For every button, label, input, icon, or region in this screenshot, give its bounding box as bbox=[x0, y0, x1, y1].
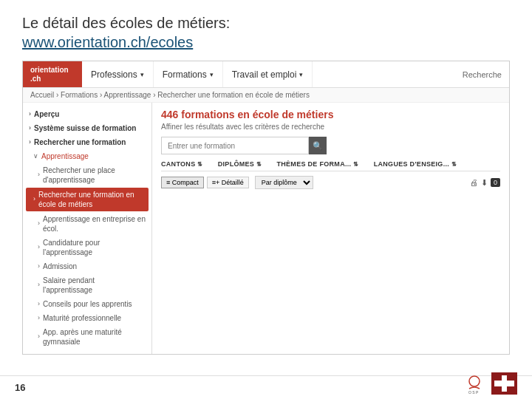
chevron-right-icon: › bbox=[38, 219, 40, 228]
search-input[interactable] bbox=[161, 137, 309, 154]
browser-frame: orientation .ch Professions ▾ Formations… bbox=[22, 61, 510, 355]
slide-container: Le détail des écoles de métiers: www.ori… bbox=[0, 0, 532, 399]
download-icon[interactable]: ⬇ bbox=[481, 178, 488, 188]
slide-title: Le détail des écoles de métiers: www.ori… bbox=[22, 13, 510, 52]
sort-select[interactable]: Par diplôme bbox=[255, 176, 313, 189]
count-badge: 0 bbox=[491, 178, 500, 187]
chevron-down-icon: ▾ bbox=[299, 71, 303, 78]
chevron-down-icon: ∨ bbox=[33, 152, 38, 161]
main-content: › Aperçu › Système suisse de formation ›… bbox=[23, 103, 509, 354]
chevron-right-icon: › bbox=[29, 138, 31, 147]
chevron-right-icon: › bbox=[38, 171, 40, 180]
nav-travail-label: Travail et emploi bbox=[232, 69, 297, 80]
nav-professions-label: Professions bbox=[91, 69, 137, 80]
logo-line2: .ch bbox=[30, 75, 75, 83]
chevron-right-icon: › bbox=[38, 243, 40, 252]
view-icons: 🖨 ⬇ 0 bbox=[470, 178, 500, 188]
sidebar-item-salaire[interactable]: › Salaire pendant l'apprentissage bbox=[23, 273, 151, 297]
filter-themes[interactable]: THÈMES DE FORMA... ⇅ bbox=[276, 160, 358, 168]
search-row: 🔍 bbox=[161, 137, 500, 154]
filter-langues[interactable]: LANGUES D'ENSEIG... ⇅ bbox=[374, 160, 457, 168]
canton-logo bbox=[491, 372, 517, 395]
slide-url[interactable]: www.orientation.ch/ecoles bbox=[22, 34, 193, 50]
sidebar-item-candidature[interactable]: › Candidature pour l'apprentissage bbox=[23, 236, 151, 259]
sidebar-item-apprentissage[interactable]: ∨ Apprentissage bbox=[23, 149, 151, 163]
nav-menu: Professions ▾ Formations ▾ Travail et em… bbox=[82, 61, 509, 87]
view-compact-button[interactable]: ≡ Compact bbox=[161, 177, 204, 188]
chevron-right-icon: › bbox=[33, 195, 35, 204]
nav-formations-label: Formations bbox=[163, 69, 207, 80]
nav-item-travail[interactable]: Travail et emploi ▾ bbox=[223, 61, 313, 87]
sort-icon: ⇅ bbox=[353, 161, 358, 168]
osp-logo: O S P bbox=[463, 372, 517, 395]
breadcrumb: Accueil › Formations › Apprentissage › R… bbox=[23, 88, 509, 103]
svg-rect-4 bbox=[494, 381, 514, 386]
osp-emblem-icon: O S P bbox=[463, 372, 485, 395]
logo-line1: orientation bbox=[30, 66, 75, 75]
content-area: 446 formations en école de métiers Affin… bbox=[152, 103, 509, 354]
page-number: 16 bbox=[15, 382, 25, 393]
sidebar: › Aperçu › Système suisse de formation ›… bbox=[23, 103, 152, 354]
sidebar-item-app-maturite[interactable]: › App. après une maturité gymnasiale bbox=[23, 325, 151, 349]
print-icon[interactable]: 🖨 bbox=[470, 178, 478, 187]
chevron-right-icon: › bbox=[29, 110, 31, 119]
filter-cantons[interactable]: CANTONS ⇅ bbox=[161, 160, 203, 168]
sidebar-item-place[interactable]: › Rechercher une place d'apprentissage bbox=[23, 163, 151, 187]
svg-point-0 bbox=[469, 376, 480, 386]
content-subtitle: Affiner les résultats avec les critères … bbox=[161, 123, 500, 131]
bottom-bar: 16 O S P bbox=[0, 375, 532, 399]
sidebar-item-apercu[interactable]: › Aperçu bbox=[23, 107, 151, 121]
svg-text:O S P: O S P bbox=[468, 390, 479, 395]
content-title: 446 formations en école de métiers bbox=[161, 109, 500, 120]
chevron-right-icon: › bbox=[38, 314, 40, 323]
view-detail-button[interactable]: ≡+ Détaillé bbox=[207, 177, 249, 188]
sort-icon: ⇅ bbox=[256, 161, 262, 168]
chevron-down-icon: ▾ bbox=[140, 71, 144, 78]
sort-icon: ⇅ bbox=[197, 161, 202, 168]
nav-bar: orientation .ch Professions ▾ Formations… bbox=[23, 61, 509, 88]
chevron-right-icon: › bbox=[29, 124, 31, 133]
sidebar-item-entreprise[interactable]: › Apprentissage en entreprise en écol. bbox=[23, 212, 151, 236]
chevron-down-icon: ▾ bbox=[210, 71, 214, 78]
chevron-right-icon: › bbox=[38, 262, 40, 271]
sort-icon: ⇅ bbox=[451, 161, 457, 168]
chevron-right-icon: › bbox=[38, 281, 40, 290]
nav-item-professions[interactable]: Professions ▾ bbox=[82, 61, 154, 87]
sidebar-item-rechercher[interactable]: › Rechercher une formation bbox=[23, 135, 151, 149]
view-controls: ≡ Compact ≡+ Détaillé Par diplôme 🖨 ⬇ 0 bbox=[161, 176, 500, 189]
chevron-right-icon: › bbox=[38, 332, 40, 341]
sidebar-item-maturite[interactable]: › Maturité professionnelle bbox=[23, 311, 151, 325]
sidebar-item-ecole-metiers[interactable]: › Rechercher une formation en école de m… bbox=[26, 188, 149, 211]
filter-diplomes[interactable]: DIPLÔMES ⇅ bbox=[218, 160, 262, 168]
sidebar-item-conseils[interactable]: › Conseils pour les apprentis bbox=[23, 297, 151, 311]
nav-search: Recherche bbox=[455, 61, 509, 87]
search-label: Recherche bbox=[463, 70, 502, 79]
filter-row: CANTONS ⇅ DIPLÔMES ⇅ THÈMES DE FORMA... … bbox=[161, 160, 500, 171]
sidebar-item-systeme[interactable]: › Système suisse de formation bbox=[23, 121, 151, 135]
title-text: Le détail des écoles de métiers: bbox=[22, 15, 230, 31]
nav-logo: orientation .ch bbox=[23, 61, 82, 87]
nav-item-formations[interactable]: Formations ▾ bbox=[154, 61, 223, 87]
chevron-right-icon: › bbox=[38, 300, 40, 309]
search-button[interactable]: 🔍 bbox=[309, 137, 327, 154]
sidebar-item-admission[interactable]: › Admission bbox=[23, 259, 151, 273]
